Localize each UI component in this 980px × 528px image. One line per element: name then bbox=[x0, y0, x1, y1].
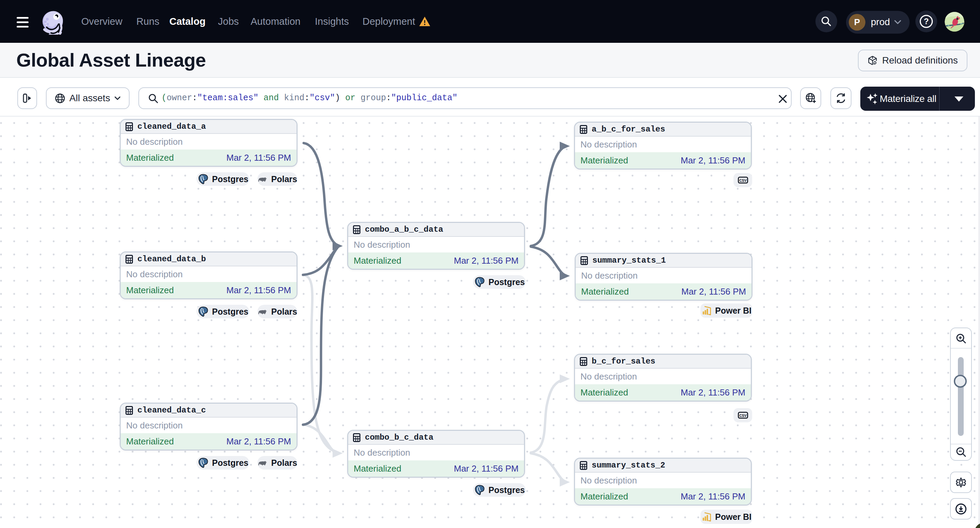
svg-text:CSV: CSV bbox=[739, 178, 747, 182]
svg-text:?: ? bbox=[924, 17, 929, 26]
svg-text:CSV: CSV bbox=[739, 414, 747, 418]
